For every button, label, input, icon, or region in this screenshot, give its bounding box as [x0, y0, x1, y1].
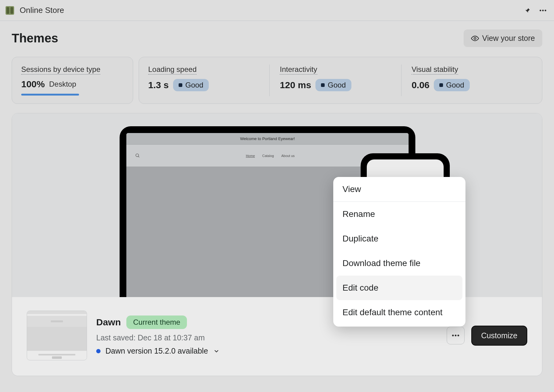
- metric-value: 1.3 s: [148, 80, 169, 90]
- status-badge: Good: [173, 79, 209, 91]
- svg-line-5: [138, 156, 139, 157]
- svg-point-1: [542, 10, 544, 11]
- page-header: Themes View your store: [0, 21, 554, 50]
- svg-point-4: [136, 154, 139, 156]
- site-nav: Home Catalog About us: [140, 154, 400, 158]
- svg-point-8: [457, 335, 459, 336]
- app-logo-icon: [6, 6, 14, 15]
- search-icon: [135, 153, 140, 159]
- theme-name: Dawn: [96, 317, 121, 327]
- metric-title: Interactivity: [280, 65, 317, 75]
- metric-value: 0.06: [412, 80, 429, 90]
- current-theme-badge: Current theme: [126, 316, 187, 329]
- status-badge: Good: [434, 79, 470, 91]
- topbar: Online Store: [0, 0, 554, 21]
- popover-item-duplicate[interactable]: Duplicate: [333, 226, 465, 251]
- metric-title: Loading speed: [148, 65, 196, 75]
- metric-card-sessions[interactable]: Sessions by device type 100% Desktop: [12, 57, 133, 104]
- page-title: Themes: [12, 31, 58, 45]
- announcement-bar: Welcome to Portland Eyewear!: [126, 133, 409, 145]
- eye-icon: [471, 34, 479, 42]
- view-store-label: View your store: [482, 34, 535, 43]
- status-badge: Good: [315, 79, 351, 91]
- chevron-down-icon: [213, 348, 220, 355]
- metric-sub: Desktop: [49, 80, 76, 88]
- version-available-row[interactable]: Dawn version 15.2.0 available: [96, 347, 437, 355]
- more-icon[interactable]: [537, 5, 548, 16]
- svg-point-7: [455, 335, 457, 336]
- metric-title: Visual stability: [412, 65, 458, 75]
- breadcrumb[interactable]: Online Store: [20, 6, 64, 15]
- metrics-row: Sessions by device type 100% Desktop Loa…: [0, 50, 554, 111]
- theme-thumbnail: [27, 311, 87, 360]
- svg-point-2: [545, 10, 546, 11]
- svg-point-6: [452, 335, 454, 336]
- view-your-store-button[interactable]: View your store: [464, 29, 542, 47]
- theme-actions-popover: View Rename Duplicate Download theme fil…: [333, 177, 465, 327]
- popover-item-edit-default[interactable]: Edit default theme content: [333, 300, 465, 325]
- svg-point-0: [540, 10, 541, 11]
- metric-value: 100%: [21, 79, 45, 89]
- svg-point-3: [474, 37, 476, 39]
- popover-item-edit-code[interactable]: Edit code: [336, 276, 462, 300]
- metric-value: 120 ms: [280, 80, 311, 90]
- popover-item-view[interactable]: View: [333, 177, 465, 202]
- popover-item-download[interactable]: Download theme file: [333, 251, 465, 276]
- last-saved-text: Last saved: Dec 18 at 10:37 am: [96, 333, 437, 342]
- pin-icon[interactable]: [522, 5, 533, 16]
- metric-bar: [21, 94, 79, 96]
- popover-item-rename[interactable]: Rename: [333, 202, 465, 226]
- metric-card-webvitals[interactable]: Loading speed 1.3 s Good Interactivity 1…: [139, 57, 542, 104]
- theme-more-button[interactable]: [447, 327, 465, 344]
- metric-title: Sessions by device type: [21, 65, 100, 75]
- version-text: Dawn version 15.2.0 available: [105, 347, 208, 355]
- customize-button[interactable]: Customize: [471, 326, 527, 346]
- update-dot-icon: [96, 349, 101, 353]
